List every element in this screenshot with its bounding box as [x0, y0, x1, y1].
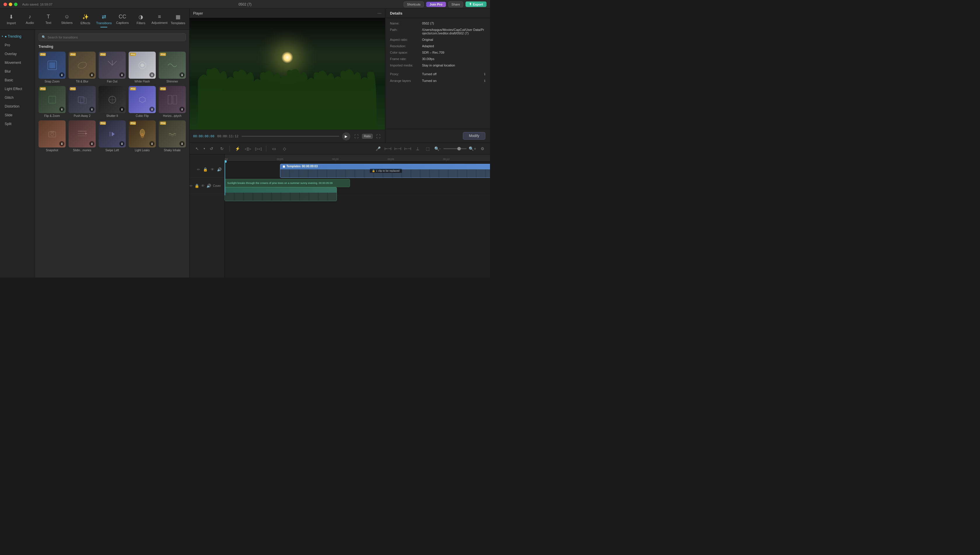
transition-shaky-inhale[interactable]: Pro ⬇ Shaky Inhale [159, 120, 186, 152]
modify-button[interactable]: Modify [463, 132, 485, 140]
track-lock-icon-2[interactable]: 🔒 [194, 183, 199, 189]
clip-speed-button[interactable]: ⊢⊣ [384, 144, 392, 153]
transition-light-leaks[interactable]: Pro ⬇ Light Leaks [129, 120, 156, 152]
zoom-out-button[interactable]: 🔍- [434, 144, 442, 153]
transition-cubic-flip[interactable]: Pro ⬇ Cubic Flip [129, 86, 156, 117]
download-icon[interactable]: ⬇ [179, 141, 185, 146]
zoom-in-button[interactable]: 🔍+ [468, 144, 477, 153]
player-seekbar[interactable] [241, 136, 339, 137]
transition-fan-out[interactable]: Pro ⬇ Fan Out [99, 51, 126, 83]
track-volume-icon-2[interactable]: 🔊 [207, 183, 211, 189]
transition-swipe-left[interactable]: Pro ⬇ Swipe Left [99, 120, 126, 152]
track-clip-text[interactable]: Sunlight breaks through the crowns of pi… [225, 179, 350, 187]
sidebar-item-blur[interactable]: Blur [0, 67, 35, 76]
track-clip-video[interactable] [225, 187, 337, 201]
maximize-button[interactable] [14, 3, 18, 6]
shortcuts-button[interactable]: Shortcuts [404, 2, 424, 7]
minimize-button[interactable] [9, 3, 12, 6]
fullscreen-crop-icon[interactable]: ⛶ [353, 133, 360, 140]
select-tool-button[interactable]: ↖ [193, 144, 201, 153]
ratio-button[interactable]: Ratio [362, 134, 373, 139]
toolbar-adjustment[interactable]: ≡ Adjustment [151, 11, 169, 28]
track-volume-icon[interactable]: 🔊 [217, 167, 222, 172]
trim-button[interactable]: ◁▷ [244, 144, 252, 153]
sidebar-item-split[interactable]: Split [0, 120, 35, 128]
export-button[interactable]: ⬆ Export [466, 2, 487, 7]
settings-button[interactable]: ⚙ [478, 144, 487, 153]
download-icon[interactable]: ⬇ [179, 107, 185, 112]
keyframe-button[interactable]: ◇ [280, 144, 288, 153]
share-button[interactable]: Share [448, 2, 463, 7]
toolbar-filters[interactable]: ◑ Filters [132, 11, 150, 28]
select-tool-dropdown[interactable]: ▾ [204, 147, 205, 150]
track-eye-icon-2[interactable]: 👁 [201, 183, 205, 189]
crop-button[interactable]: ▷◁ [254, 144, 262, 153]
track-edit-icon-2[interactable]: ✏ [190, 183, 193, 189]
sidebar-item-pro[interactable]: Pro [0, 41, 35, 50]
transition-snapshot[interactable]: ⬇ Snapshot [39, 120, 66, 152]
download-icon[interactable]: ⬇ [179, 72, 185, 77]
zoom-handle[interactable] [457, 147, 461, 151]
toolbar-transitions[interactable]: ⇄ Transitions [95, 11, 113, 28]
toolbar-templates[interactable]: ▦ Templates [169, 11, 187, 28]
download-icon[interactable]: ⬇ [149, 141, 154, 146]
sidebar-item-light-effect[interactable]: Light Effect [0, 85, 35, 93]
toolbar-text[interactable]: T Text [39, 11, 58, 28]
download-icon[interactable]: ⬇ [149, 72, 154, 77]
download-icon[interactable]: ⬇ [89, 72, 95, 77]
sidebar-item-distortion[interactable]: Distortion [0, 102, 35, 111]
split-button[interactable]: ⚡ [233, 144, 241, 153]
join-pro-button[interactable]: Join Pro [426, 2, 446, 7]
download-icon[interactable]: ⬇ [89, 107, 95, 112]
stabilize-button[interactable]: ⬚ [424, 144, 432, 153]
transition-shimmer[interactable]: Pro ⬇ Shimmer [159, 51, 186, 83]
undo-button[interactable]: ↺ [207, 144, 215, 153]
transition-white-flash[interactable]: Pro ⬇ White Flash [129, 51, 156, 83]
sidebar-item-basic[interactable]: Basic [0, 76, 35, 85]
search-input[interactable] [48, 35, 183, 39]
toolbar-stickers[interactable]: ☺ Stickers [58, 11, 76, 28]
track-edit-icon[interactable]: ✏ [196, 167, 201, 172]
sidebar-item-overlay[interactable]: Overlay [0, 50, 35, 58]
sidebar-item-movement[interactable]: Movement [0, 58, 35, 67]
transition-flip-zoom[interactable]: Pro ⬇ Flip & Zoom [39, 86, 66, 117]
sidebar-item-trending[interactable]: ● Trending [0, 32, 35, 41]
toolbar-captions[interactable]: CC Captions [114, 11, 132, 28]
transition-shutter[interactable]: ⬇ Shutter II [99, 86, 126, 117]
transition-tilt-blur[interactable]: Pro ⬇ Tilt & Blur [69, 51, 96, 83]
transition-snap-zoom[interactable]: Pro ⬇ Snap Zoom [39, 51, 66, 83]
download-icon[interactable]: ⬇ [119, 141, 125, 146]
toolbar-import[interactable]: ⬇ Import [2, 11, 21, 28]
download-icon[interactable]: ⬇ [89, 141, 95, 146]
proxy-toggle[interactable]: ℹ [484, 72, 485, 76]
download-icon[interactable]: ⬇ [59, 141, 64, 146]
zoom-slider[interactable] [443, 148, 467, 149]
clip-button[interactable]: ▭ [270, 144, 278, 153]
clip-duration-button[interactable]: ⊢⊣ [394, 144, 402, 153]
play-button[interactable]: ▶ [342, 132, 350, 141]
download-icon[interactable]: ⬇ [59, 72, 64, 77]
search-bar[interactable]: 🔍 [39, 33, 186, 41]
align-button[interactable]: ⊥ [414, 144, 422, 153]
close-button[interactable] [3, 3, 7, 6]
track-lock-icon[interactable]: 🔒 [203, 167, 208, 172]
arrange-layers-toggle[interactable]: ℹ [484, 79, 485, 83]
transition-sliding[interactable]: ⬇ Slidin...mories [69, 120, 96, 152]
player-menu-icon[interactable]: ⋯ [378, 11, 381, 16]
microphone-button[interactable]: 🎤 [374, 144, 382, 153]
download-icon[interactable]: ⬇ [119, 72, 125, 77]
download-icon[interactable]: ⬇ [59, 107, 64, 112]
download-icon[interactable]: ⬇ [119, 107, 125, 112]
sidebar-item-slide[interactable]: Slide [0, 111, 35, 120]
toolbar-audio[interactable]: ♪ Audio [21, 11, 39, 28]
fullscreen-icon[interactable]: ⛶ [375, 133, 381, 140]
toolbar-effects[interactable]: ✨ Effects [76, 11, 95, 28]
split-clip-button[interactable]: ⊢⊣ [404, 144, 412, 153]
timeline-cursor[interactable] [225, 162, 225, 195]
sidebar-item-glitch[interactable]: Glitch [0, 93, 35, 102]
transition-push-away[interactable]: Pro ⬇ Push Away 2 [69, 86, 96, 117]
transition-horizons[interactable]: Pro ⬇ Horizo...iptych [159, 86, 186, 117]
redo-button[interactable]: ↻ [218, 144, 226, 153]
track-eye-icon[interactable]: 👁 [210, 167, 215, 172]
track-clip-templates[interactable]: ▦ Templates 00:00:09:03 🔒 1 clip to be r… [280, 164, 490, 178]
